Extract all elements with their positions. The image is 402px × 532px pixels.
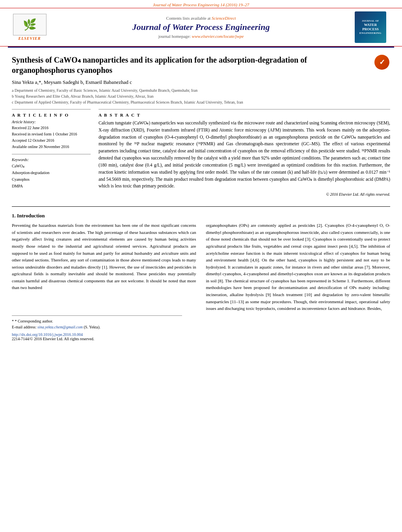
corresponding-author-note: * * Corresponding author. (12, 318, 182, 324)
elsevier-logo-area: 🌿 ELSEVIER (8, 14, 51, 41)
received-revised-date: Received in revised form 1 October 2016 (12, 131, 91, 137)
info-divider (12, 154, 91, 154)
body-divider (12, 206, 390, 207)
journal-title: Journal of Water Process Engineering (59, 22, 343, 32)
available-online-date: Available online 20 November 2016 (12, 144, 91, 150)
journal-header-center: Contents lists available at ScienceDirec… (51, 16, 351, 39)
journal-badge-area: JOURNAL OF WATER PROCESS ENGINEERING (351, 11, 390, 43)
section-number: 1. (12, 213, 16, 219)
keywords-label: Keywords: (12, 158, 91, 162)
badge-journal-label: JOURNAL OF (362, 20, 379, 23)
body-para-right-0: organophosphates (OPs) are commonly appl… (206, 222, 391, 312)
affiliation-c: c Department of Applied Chemistry, Facul… (12, 99, 390, 105)
issn-text: 2214-7144/© 2016 Elsevier Ltd. All right… (12, 337, 390, 341)
elsevier-wordmark: ELSEVIER (19, 36, 41, 41)
article-main: Synthesis of CaWO₄ nanoparticles and its… (0, 48, 402, 200)
corresponding-text: * Corresponding author. (15, 319, 53, 323)
journal-citation-text: Journal of Water Process Engineering 14 … (153, 2, 249, 7)
journal-homepage-line: journal homepage: www.elsevier.com/locat… (59, 34, 343, 39)
email-line: E-mail address: sina.yekta.chem@gmail.co… (12, 324, 182, 330)
elsevier-tree-icon: 🌿 (23, 19, 37, 30)
authors-line: Sina Yekta a,*, Meysam Sadeghi b, Esmaei… (12, 79, 390, 85)
article-info-section: A R T I C L E I N F O Article history: R… (12, 109, 91, 150)
article-info-abstract-columns: A R T I C L E I N F O Article history: R… (12, 109, 390, 196)
abstract-label: A B S T R A C T (99, 113, 390, 117)
body-left-col: Preventing the hazardous materials from … (12, 222, 196, 315)
homepage-label: journal homepage: (158, 34, 191, 39)
doi-link[interactable]: http://dx.doi.org/10.1016/j.jwpe.2016.10… (12, 332, 390, 337)
body-section: 1. Introduction Preventing the hazardous… (0, 213, 402, 315)
crossmark-badge[interactable]: ✓ (374, 55, 390, 70)
article-title: Synthesis of CaWO₄ nanoparticles and its… (12, 55, 374, 75)
keyword-2: Cyanophos (12, 176, 91, 183)
doi-area: http://dx.doi.org/10.1016/j.jwpe.2016.10… (12, 332, 390, 341)
section-title: Introduction (17, 213, 45, 219)
keyword-3: DMPA (12, 183, 91, 189)
article-title-section: Synthesis of CaWO₄ nanoparticles and its… (12, 55, 390, 75)
intro-heading: 1. Introduction (12, 213, 390, 219)
corresponding-star: * (12, 319, 15, 323)
badge-water-label: WATER PROCESS (357, 23, 384, 32)
journal-homepage-link[interactable]: www.elsevier.com/locate/jwpe (192, 34, 244, 39)
abstract-section: A B S T R A C T Calcium tungstate (CaWO₄… (99, 109, 390, 196)
affiliation-a: a Department of Chemistry, Faculty of Ba… (12, 87, 390, 93)
sciencedirect-link[interactable]: ScienceDirect (212, 16, 236, 20)
author-email[interactable]: sina.yekta.chem@gmail.com (37, 325, 83, 329)
email-name: (S. Yekta). (84, 325, 100, 329)
copyright-line: © 2016 Elsevier Ltd. All rights reserved… (99, 192, 390, 196)
journal-header: 🌿 ELSEVIER Contents lists available at S… (0, 8, 402, 46)
received-date: Received 22 June 2016 (12, 125, 91, 131)
email-label: E-mail address: (12, 325, 36, 329)
journal-citation-bar: Journal of Water Process Engineering 14 … (0, 0, 402, 8)
footnotes-container: * * Corresponding author. E-mail address… (0, 315, 402, 341)
badge-engineering-label: ENGINEERING (359, 32, 382, 35)
article-info-column: A R T I C L E I N F O Article history: R… (12, 109, 91, 196)
article-info-label: A R T I C L E I N F O (12, 113, 91, 117)
elsevier-logo-image: 🌿 (13, 14, 47, 35)
affiliations: a Department of Chemistry, Faculty of Ba… (12, 87, 390, 105)
article-history-label: Article history: (12, 120, 91, 124)
journal-badge: JOURNAL OF WATER PROCESS ENGINEERING (355, 11, 386, 43)
authors-text: Sina Yekta a,*, Meysam Sadeghi b, Esmaei… (12, 79, 132, 85)
abstract-column: A B S T R A C T Calcium tungstate (CaWO₄… (99, 109, 390, 196)
footnotes-area: * * Corresponding author. E-mail address… (12, 315, 182, 330)
elsevier-logo: 🌿 ELSEVIER (13, 14, 47, 41)
crossmark-icon: ✓ (374, 55, 389, 70)
body-two-col: Preventing the hazardous materials from … (12, 222, 390, 315)
keyword-0: CaWO₄ (12, 163, 91, 169)
abstract-text: Calcium tungstate (CaWO₄) nanoparticles … (99, 120, 390, 190)
contents-text: Contents lists available at (166, 16, 211, 20)
accepted-date: Accepted 12 October 2016 (12, 137, 91, 144)
keywords-section: Keywords: CaWO₄ Adsorption-degradation C… (12, 158, 91, 189)
body-para-left-0: Preventing the hazardous materials from … (12, 222, 196, 291)
affiliation-b: b Young Researchers and Elite Club, Ahva… (12, 93, 390, 99)
contents-available-line: Contents lists available at ScienceDirec… (59, 16, 343, 20)
keyword-1: Adsorption-degradation (12, 169, 91, 176)
body-right-col: organophosphates (OPs) are commonly appl… (206, 222, 391, 315)
